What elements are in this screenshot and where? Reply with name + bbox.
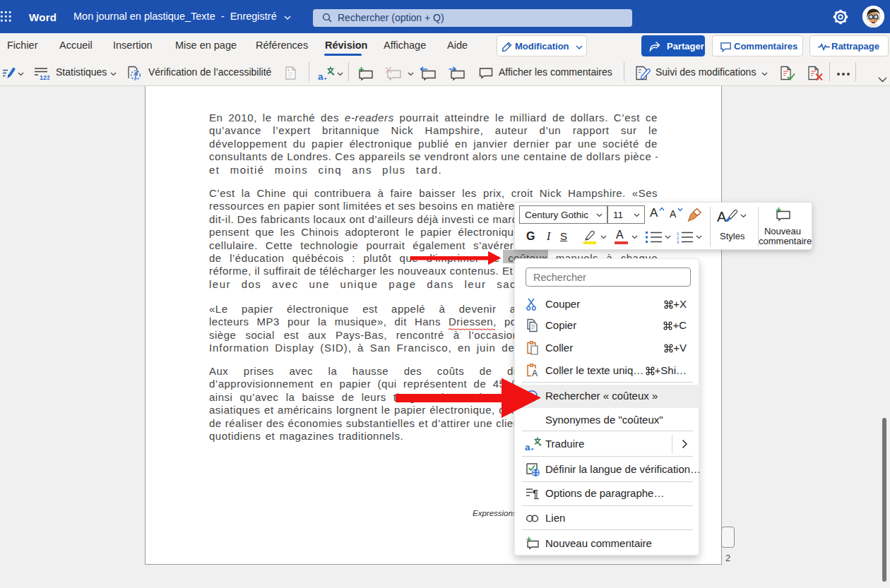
svg-text:123: 123: [40, 74, 49, 80]
svg-text:a: a: [318, 71, 324, 81]
svg-text:A: A: [717, 209, 727, 224]
svg-text:a: a: [525, 442, 530, 452]
svg-text:¶: ¶: [533, 488, 538, 499]
svg-text:A: A: [532, 368, 538, 378]
svg-text:3: 3: [677, 240, 680, 244]
